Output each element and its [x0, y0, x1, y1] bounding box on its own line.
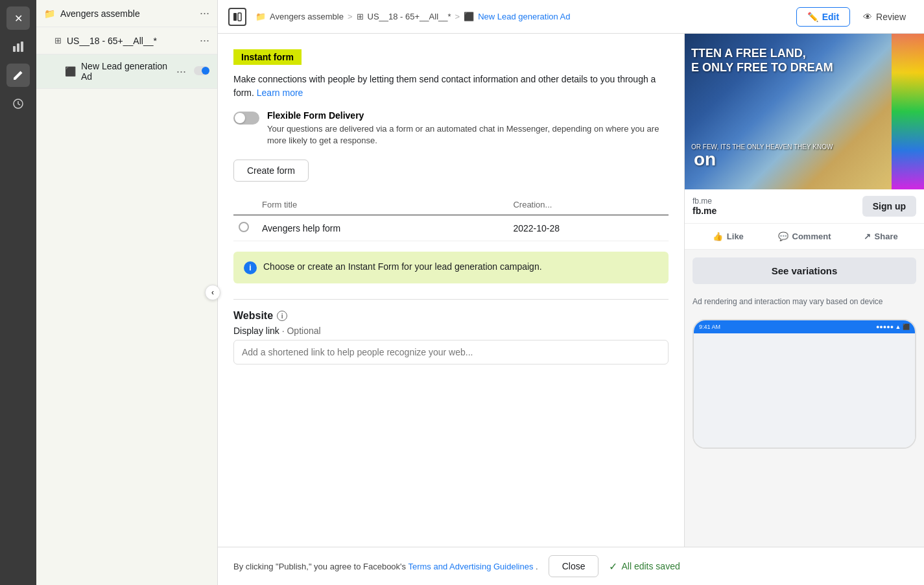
see-variations-button[interactable]: See variations — [693, 257, 916, 284]
breadcrumb-campaign[interactable]: Avengers assemble — [270, 12, 344, 21]
review-tab-button[interactable]: 👁 Review — [855, 8, 914, 26]
phone-preview: 9:41 AM ●●●●● ▲ ⬛ — [693, 319, 916, 449]
ad-image-text1: TTEN A FREE LAND, — [691, 47, 833, 61]
info-box-text: Choose or create an Instant Form for you… — [263, 261, 542, 274]
preview-panel: TTEN A FREE LAND, E ONLY FREE TO DREAM O… — [684, 34, 924, 547]
edit-tab-button[interactable]: ✏️ Edit — [796, 7, 850, 27]
table-title-col: Form title — [257, 195, 508, 215]
phone-inner: 9:41 AM ●●●●● ▲ ⬛ — [694, 320, 915, 448]
signup-button[interactable]: Sign up — [862, 196, 916, 217]
folder-crumb-icon: 📁 — [255, 12, 266, 21]
table-radio-cell[interactable] — [233, 215, 257, 241]
campaign-more-icon[interactable]: ··· — [200, 6, 209, 20]
nav-adset-label: US__18 - 65+__All__* — [67, 36, 195, 46]
info-icon: i — [244, 261, 257, 274]
pencil-icon: ✏️ — [807, 12, 818, 22]
nav-item-adset[interactable]: ⊞ US__18 - 65+__All__* ··· — [36, 27, 217, 54]
ad-image-text2: E ONLY FREE TO DREAM — [691, 61, 833, 75]
breadcrumb-sep1: > — [348, 12, 353, 21]
website-section-title: Website i — [233, 310, 669, 322]
rendering-note: Ad rendering and interaction may vary ba… — [685, 292, 924, 311]
ad-more-icon[interactable]: ··· — [176, 65, 186, 78]
create-form-button[interactable]: Create form — [233, 160, 309, 182]
svg-rect-7 — [238, 13, 241, 21]
display-link-input[interactable] — [233, 340, 669, 364]
content-area: Instant form Make connections with peopl… — [218, 34, 924, 547]
sidebar-collapse-button[interactable]: ‹ — [205, 285, 220, 300]
adset-more-icon[interactable]: ··· — [200, 34, 209, 47]
ad-toggle[interactable] — [194, 66, 209, 77]
section-divider — [233, 299, 669, 300]
comment-button[interactable]: 💬 Comment — [766, 226, 843, 246]
instant-form-badge: Instant form — [233, 49, 302, 65]
saved-text: All edits saved — [621, 561, 680, 571]
grid-crumb-icon: ⊞ — [357, 12, 364, 21]
ad-preview-card: TTEN A FREE LAND, E ONLY FREE TO DREAM O… — [685, 34, 924, 250]
phone-signals: ●●●●● ▲ ⬛ — [876, 324, 910, 330]
saved-status: ✓ All edits saved — [609, 560, 680, 573]
svg-rect-0 — [13, 46, 16, 52]
folder-icon: 📁 — [44, 8, 55, 19]
table-form-title-cell: Avengers help form — [257, 215, 508, 241]
terms-link[interactable]: Terms and Advertising Guidelines — [408, 562, 533, 571]
phone-status-bar: 9:41 AM ●●●●● ▲ ⬛ — [694, 320, 915, 333]
checkmark-icon: ✓ — [609, 560, 617, 573]
form-description: Make connections with people by letting … — [233, 73, 669, 100]
comment-label: Comment — [792, 232, 831, 241]
main-content: 📁 Avengers assemble > ⊞ US__18 - 65+__Al… — [218, 0, 924, 585]
ad-square-icon: ⬛ — [65, 66, 76, 77]
comment-icon: 💬 — [778, 232, 788, 241]
table-form-date-cell: 2022-10-28 — [508, 215, 669, 241]
eye-icon: 👁 — [863, 12, 872, 22]
like-icon: 👍 — [713, 232, 723, 241]
nav-item-campaign[interactable]: 📁 Avengers assemble ··· — [36, 0, 217, 27]
svg-rect-6 — [233, 13, 237, 21]
form-table: Form title Creation... Avengers help for… — [233, 195, 669, 241]
ad-domain: fb.me — [693, 197, 717, 206]
row-radio-button[interactable] — [239, 222, 249, 232]
nav-item-ad[interactable]: ⬛ New Lead generation Ad ··· — [36, 54, 217, 89]
form-panel: Instant form Make connections with peopl… — [218, 34, 684, 547]
share-button[interactable]: ↗ Share — [842, 226, 919, 246]
breadcrumb-ad: New Lead generation Ad — [478, 12, 570, 21]
edit-button[interactable] — [6, 64, 30, 87]
table-row[interactable]: Avengers help form 2022-10-28 — [233, 215, 669, 241]
history-button[interactable] — [6, 92, 30, 115]
flexible-form-desc: Your questions are delivered via a form … — [267, 123, 669, 147]
table-date-col: Creation... — [508, 195, 669, 215]
like-label: Like — [727, 232, 744, 241]
flexible-form-label-group: Flexible Form Delivery Your questions ar… — [267, 110, 669, 147]
learn-more-link[interactable]: Learn more — [257, 88, 303, 98]
share-icon: ↗ — [864, 232, 871, 241]
ad-image: TTEN A FREE LAND, E ONLY FREE TO DREAM O… — [685, 34, 924, 189]
breadcrumb-adset[interactable]: US__18 - 65+__All__* — [368, 12, 451, 21]
square-crumb-icon: ⬛ — [464, 12, 474, 21]
phone-time: 9:41 AM — [699, 324, 720, 330]
sidebar-icon-rail: ✕ — [0, 0, 36, 585]
flexible-form-row: Flexible Form Delivery Your questions ar… — [233, 110, 669, 147]
panel-toggle-icon[interactable] — [228, 8, 246, 26]
website-section: Website i Display link · Optional — [233, 310, 669, 364]
nav-campaign-label: Avengers assemble — [60, 8, 195, 19]
share-label: Share — [875, 232, 898, 241]
terms-text: By clicking "Publish," you agree to Face… — [233, 562, 538, 571]
svg-rect-1 — [17, 43, 19, 52]
svg-rect-2 — [21, 42, 23, 52]
display-link-optional: · Optional — [282, 326, 321, 336]
chart-button[interactable] — [6, 35, 30, 58]
flexible-form-toggle[interactable] — [233, 112, 259, 125]
breadcrumb: 📁 Avengers assemble > ⊞ US__18 - 65+__Al… — [228, 8, 571, 26]
ad-domain-group: fb.me fb.me — [693, 197, 717, 216]
ad-footer: fb.me fb.me Sign up — [685, 189, 924, 224]
bottom-bar: By clicking "Publish," you agree to Face… — [218, 547, 924, 585]
like-button[interactable]: 👍 Like — [690, 226, 766, 246]
website-info-icon[interactable]: i — [277, 311, 287, 321]
close-button[interactable]: ✕ — [6, 6, 30, 30]
ad-actions-bar: 👍 Like 💬 Comment ↗ Share — [685, 224, 924, 250]
ad-domain-bold: fb.me — [693, 206, 717, 216]
grid-icon: ⊞ — [54, 36, 62, 45]
display-link-label: Display link · Optional — [233, 326, 669, 336]
close-button[interactable]: Close — [549, 555, 599, 577]
svg-point-5 — [202, 67, 209, 75]
ad-image-bottom: on — [694, 149, 716, 170]
